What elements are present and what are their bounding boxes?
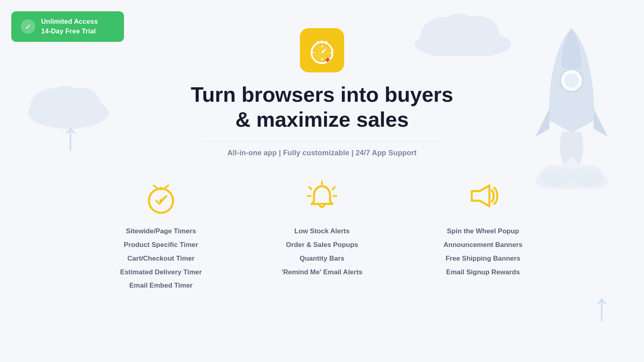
feature-item: Quantity Bars — [281, 254, 362, 263]
features-section: Sitewide/Page Timers Product Specific Ti… — [80, 178, 564, 294]
feature-item: Spin the Wheel Popup — [444, 226, 522, 236]
feature-item: Email Signup Rewards — [444, 267, 522, 277]
stopwatch-feature-icon — [143, 178, 179, 214]
svg-line-32 — [309, 187, 312, 189]
feature-col-banners: Spin the Wheel Popup Announcement Banner… — [402, 178, 564, 294]
feature-col-timers: Sitewide/Page Timers Product Specific Ti… — [80, 178, 242, 294]
headline-line1: Turn browsers into buyers — [191, 83, 453, 106]
feature-item: Product Specific Timer — [120, 240, 202, 250]
svg-rect-27 — [159, 187, 163, 190]
svg-line-29 — [165, 185, 168, 188]
megaphone-feature-icon — [465, 178, 501, 214]
svg-line-33 — [332, 187, 335, 189]
divider — [201, 141, 443, 142]
feature-item: Cart/Checkout Timer — [120, 254, 202, 263]
feature-item: Low Stock Alerts — [281, 226, 362, 236]
feature-item: Announcement Banners — [444, 240, 522, 250]
main-content: Turn browsers into buyers & maximize sal… — [0, 0, 644, 362]
banners-list: Spin the Wheel Popup Announcement Banner… — [444, 226, 522, 281]
feature-item: 'Remind Me' Email Alerts — [281, 267, 362, 277]
timers-list: Sitewide/Page Timers Product Specific Ti… — [120, 226, 202, 294]
feature-item: Free Shipping Banners — [444, 254, 522, 263]
stopwatch-svg — [308, 36, 336, 65]
app-icon — [300, 28, 344, 72]
feature-item: Email Embed Timer — [120, 281, 202, 290]
svg-line-28 — [154, 185, 157, 188]
svg-rect-16 — [320, 41, 324, 43]
bell-feature-icon — [304, 178, 340, 214]
headline: Turn browsers into buyers & maximize sal… — [191, 82, 453, 132]
headline-line2: & maximize sales — [235, 108, 409, 131]
alerts-list: Low Stock Alerts Order & Sales Popups Qu… — [281, 226, 362, 281]
feature-item: Sitewide/Page Timers — [120, 226, 202, 236]
feature-item: Estimated Delivery Timer — [120, 267, 202, 277]
subtitle: All-in-one app | Fully customizable | 24… — [227, 149, 417, 157]
feature-col-alerts: Low Stock Alerts Order & Sales Popups Qu… — [242, 178, 402, 294]
feature-item: Order & Sales Popups — [281, 240, 362, 250]
